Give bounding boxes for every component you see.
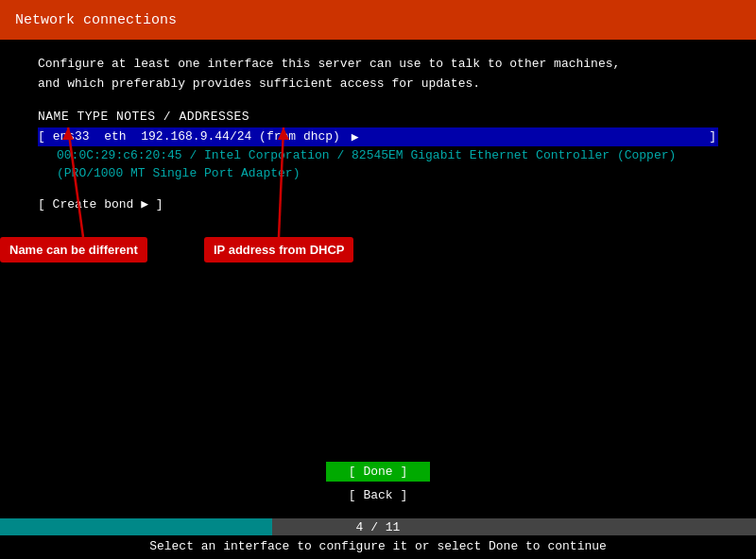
row-arrow: ▶: [352, 129, 359, 144]
bracket-left: [: [38, 129, 45, 144]
desc-line2: and which preferably provides sufficient…: [38, 75, 718, 94]
bottom-section: [ Done ] [ Back ] 4 / 11 Select an inter…: [0, 460, 756, 559]
back-button[interactable]: [ Back ]: [326, 485, 430, 505]
buttons-row: [ Done ] [ Back ]: [0, 460, 756, 511]
table-header: NAME TYPE NOTES / ADDRESSES: [38, 110, 718, 124]
device-info: 00:0C:29:c6:20:45 / Intel Corporation / …: [38, 146, 718, 183]
main-content: Configure at least one interface this se…: [0, 40, 756, 227]
annotation-badge-name: Name can be different: [0, 237, 147, 263]
progress-label: 4 / 11: [0, 520, 756, 534]
create-bond[interactable]: [ Create bond ▶ ]: [38, 196, 718, 212]
bracket-right: ]: [709, 129, 718, 144]
description: Configure at least one interface this se…: [38, 55, 718, 94]
network-row[interactable]: [ ens33 eth 192.168.9.44/24 (from dhcp) …: [38, 127, 718, 146]
device-line2: (PRO/1000 MT Single Port Adapter): [57, 164, 718, 183]
done-button[interactable]: [ Done ]: [326, 462, 430, 482]
annotation-badge-ip: IP address from DHCP: [204, 237, 353, 263]
interface-name: ens33: [53, 129, 90, 144]
device-line1: 00:0C:29:c6:20:45 / Intel Corporation / …: [57, 146, 718, 165]
interface-address: 192.168.9.44/24 (from dhcp): [141, 129, 340, 144]
progress-bar-container: 4 / 11: [0, 518, 756, 535]
status-bar: Select an interface to configure it or s…: [0, 535, 756, 559]
title-bar: Network connections: [0, 0, 756, 40]
interface-type: eth: [104, 129, 126, 144]
desc-line1: Configure at least one interface this se…: [38, 55, 718, 75]
title-text: Network connections: [15, 12, 177, 28]
